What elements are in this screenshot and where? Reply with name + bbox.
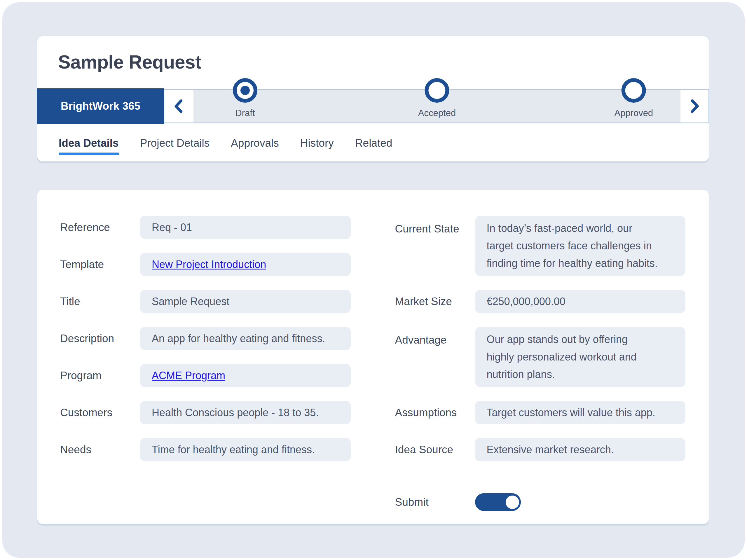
- idea-details-form-card: Reference Req - 01 Template New Project …: [37, 189, 710, 525]
- tab-history[interactable]: History: [300, 137, 334, 155]
- field-row-market-size: Market Size €250,000,000.00: [395, 290, 686, 313]
- tab-label: Project Details: [140, 137, 210, 149]
- field-row-reference: Reference Req - 01: [60, 216, 351, 239]
- field-row-submit: Submit: [395, 493, 686, 511]
- reference-field[interactable]: Req - 01: [140, 216, 351, 239]
- field-row-advantage: Advantage Our app stands out by offering…: [395, 327, 686, 387]
- customers-field[interactable]: Health Conscious people - 18 to 35.: [140, 401, 351, 424]
- stage-label: Draft: [235, 108, 255, 118]
- stage-current-dot: [240, 86, 250, 95]
- title-field[interactable]: Sample Request: [140, 290, 351, 313]
- submit-toggle[interactable]: [475, 493, 521, 511]
- next-stage-button[interactable]: [680, 90, 709, 123]
- stage-circle-icon: [621, 78, 646, 103]
- field-row-assumptions: Assumptions Target customers will value …: [395, 401, 686, 424]
- stage-circle-icon: [424, 78, 449, 103]
- field-label: Program: [60, 370, 140, 382]
- program-link[interactable]: ACME Program: [152, 370, 225, 382]
- field-label: Current State: [395, 216, 475, 235]
- field-label: Assumptions: [395, 407, 475, 419]
- toggle-knob: [506, 496, 519, 509]
- field-row-description: Description An app for healthy eating an…: [60, 327, 351, 350]
- chevron-left-icon: [171, 98, 186, 115]
- tab-label: Approvals: [231, 137, 279, 149]
- advantage-field[interactable]: Our app stands out by offering highly pe…: [475, 327, 686, 387]
- tab-label: Idea Details: [59, 137, 119, 149]
- field-label: Reference: [60, 221, 140, 234]
- active-tab-underline: [59, 153, 119, 155]
- previous-stage-button[interactable]: [164, 90, 194, 123]
- chevron-right-icon: [687, 98, 702, 115]
- field-row-customers: Customers Health Conscious people - 18 t…: [60, 401, 351, 424]
- stage-draft[interactable]: Draft: [233, 78, 257, 118]
- tab-related[interactable]: Related: [355, 137, 392, 155]
- request-header-card: Sample Request BrightWork 365 Draft: [37, 35, 710, 162]
- field-label: Submit: [395, 496, 475, 508]
- tab-project-details[interactable]: Project Details: [140, 137, 210, 155]
- field-label: Needs: [60, 444, 140, 456]
- field-label: Customers: [60, 407, 140, 419]
- brand-badge: BrightWork 365: [37, 88, 164, 124]
- tab-idea-details[interactable]: Idea Details: [59, 137, 119, 155]
- stage-label: Accepted: [418, 108, 456, 118]
- stage-navigation: BrightWork 365 Draft Accepted: [37, 88, 710, 124]
- field-row-template: Template New Project Introduction: [60, 253, 351, 276]
- stage-current-circle-icon: [233, 78, 257, 103]
- field-row-current-state: Current State In today’s fast-paced worl…: [395, 216, 686, 276]
- field-row-needs: Needs Time for healthy eating and fitnes…: [60, 438, 351, 461]
- stage-approved[interactable]: Approved: [614, 78, 653, 118]
- field-label: Market Size: [395, 295, 475, 308]
- template-field: New Project Introduction: [140, 253, 351, 276]
- needs-field[interactable]: Time for healthy eating and fitness.: [140, 438, 351, 461]
- page-title: Sample Request: [58, 53, 709, 72]
- stage-label: Approved: [614, 108, 653, 118]
- template-link[interactable]: New Project Introduction: [152, 259, 266, 271]
- tab-label: History: [300, 137, 334, 149]
- idea-source-field[interactable]: Extensive market research.: [475, 438, 686, 461]
- form-grid: Reference Req - 01 Template New Project …: [37, 190, 709, 511]
- market-size-field[interactable]: €250,000,000.00: [475, 290, 686, 313]
- assumptions-field[interactable]: Target customers will value this app.: [475, 401, 686, 424]
- app-background: Sample Request BrightWork 365 Draft: [2, 2, 745, 558]
- tab-bar: Idea Details Project Details Approvals H…: [59, 137, 392, 155]
- field-label: Advantage: [395, 327, 475, 346]
- current-state-field[interactable]: In today’s fast-paced world, our target …: [475, 216, 686, 276]
- stage-bar-track-region: Draft Accepted Approved: [164, 89, 710, 123]
- stage-track: Draft Accepted Approved: [194, 90, 680, 123]
- field-label: Description: [60, 332, 140, 345]
- field-label: Template: [60, 259, 140, 271]
- description-field[interactable]: An app for healthy eating and fitness.: [140, 327, 351, 350]
- field-row-idea-source: Idea Source Extensive market research.: [395, 438, 686, 461]
- form-column-right: Current State In today’s fast-paced worl…: [395, 216, 686, 511]
- field-label: Title: [60, 295, 140, 308]
- stage-accepted[interactable]: Accepted: [418, 78, 456, 118]
- tab-label: Related: [355, 137, 392, 149]
- form-column-left: Reference Req - 01 Template New Project …: [60, 216, 351, 511]
- program-field: ACME Program: [140, 364, 351, 387]
- field-row-program: Program ACME Program: [60, 364, 351, 387]
- field-row-title: Title Sample Request: [60, 290, 351, 313]
- tab-approvals[interactable]: Approvals: [231, 137, 279, 155]
- field-label: Idea Source: [395, 444, 475, 456]
